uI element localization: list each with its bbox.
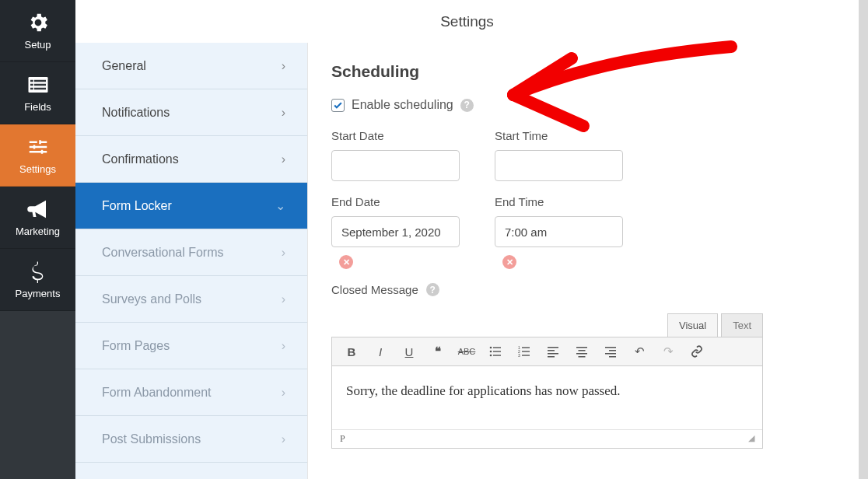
nav-payments-label: Payments: [16, 288, 61, 299]
svg-rect-1: [30, 80, 33, 82]
sub-general[interactable]: General›: [75, 43, 307, 89]
start-time-input[interactable]: [495, 150, 623, 181]
chevron-right-icon: ›: [282, 246, 285, 260]
editor-status-path: P: [340, 433, 345, 445]
gear-icon: [26, 11, 50, 34]
help-icon[interactable]: ?: [460, 99, 474, 112]
editor-tab-visual[interactable]: Visual: [667, 313, 718, 337]
undo-button[interactable]: ↶: [632, 344, 647, 359]
nav-fields[interactable]: Fields: [0, 62, 75, 124]
svg-rect-3: [30, 84, 33, 86]
sub-form-pages[interactable]: Form Pages›: [75, 323, 307, 369]
chevron-right-icon: ›: [282, 386, 285, 400]
nav-marketing-label: Marketing: [16, 226, 60, 237]
end-time-label: End Time: [495, 195, 635, 208]
nav-fields-label: Fields: [24, 101, 51, 113]
svg-rect-30: [609, 356, 616, 358]
sub-form-locker[interactable]: Form Locker⌄: [75, 183, 307, 229]
svg-rect-23: [576, 347, 587, 348]
svg-rect-19: [548, 347, 558, 348]
svg-rect-18: [522, 355, 530, 355]
ul-button[interactable]: [488, 344, 503, 359]
svg-rect-14: [522, 347, 530, 348]
redo-button[interactable]: ↷: [660, 344, 676, 359]
start-date-input[interactable]: [331, 150, 460, 181]
strike-button[interactable]: ABC: [459, 344, 474, 359]
clear-end-time-button[interactable]: ✕: [502, 255, 516, 269]
link-button[interactable]: [689, 344, 705, 359]
align-center-button[interactable]: [574, 344, 590, 359]
sliders-icon: [26, 135, 50, 159]
enable-scheduling-checkbox[interactable]: [331, 99, 345, 112]
sub-abandon[interactable]: Form Abandonment›: [75, 369, 307, 416]
dollar-icon: [26, 260, 50, 283]
bold-button[interactable]: B: [344, 344, 359, 359]
start-date-label: Start Date: [331, 129, 471, 142]
nav-setup[interactable]: Setup: [0, 0, 75, 62]
svg-rect-21: [548, 353, 558, 355]
svg-rect-22: [548, 356, 555, 358]
svg-rect-10: [493, 351, 501, 351]
sub-confirmations[interactable]: Confirmations›: [75, 136, 307, 183]
svg-rect-8: [493, 347, 501, 348]
align-left-button[interactable]: [545, 344, 561, 359]
quote-button[interactable]: ❝: [430, 344, 446, 359]
chevron-right-icon: ›: [282, 432, 285, 446]
sub-surveys[interactable]: Surveys and Polls›: [75, 276, 307, 323]
nav-settings-label: Settings: [19, 163, 56, 175]
svg-rect-28: [609, 350, 616, 351]
end-date-label: End Date: [331, 195, 471, 208]
resize-grip-icon[interactable]: ◢: [748, 433, 754, 445]
svg-rect-29: [605, 353, 616, 355]
scheduling-heading: Scheduling: [331, 62, 859, 81]
svg-rect-16: [522, 351, 530, 351]
svg-rect-2: [34, 80, 46, 82]
sub-notifications[interactable]: Notifications›: [75, 89, 307, 136]
editor-toolbar: B I U ❝ ABC 123 ↶ ↷: [331, 337, 763, 366]
closed-message-editor: Visual Text B I U ❝ ABC 123 ↶ ↷ Sorry, t…: [331, 313, 763, 449]
closed-message-label: Closed Message: [331, 283, 418, 296]
megaphone-icon: [26, 198, 50, 221]
enable-scheduling-row: Enable scheduling ?: [331, 98, 859, 112]
svg-point-7: [490, 347, 492, 349]
page-title: Settings: [440, 13, 494, 30]
svg-rect-20: [548, 350, 555, 351]
underline-button[interactable]: U: [401, 344, 417, 359]
sub-post-sub[interactable]: Post Submissions›: [75, 416, 307, 463]
editor-content: Sorry, the deadline for applications has…: [346, 383, 621, 398]
align-right-button[interactable]: [603, 344, 618, 359]
nav-payments[interactable]: Payments: [0, 249, 75, 311]
page-title-bar: Settings: [75, 0, 859, 43]
svg-rect-4: [34, 84, 46, 86]
svg-rect-27: [605, 347, 616, 348]
italic-button[interactable]: I: [373, 344, 388, 359]
list-icon: [26, 73, 50, 96]
enable-scheduling-label: Enable scheduling: [352, 98, 453, 112]
end-time-input[interactable]: [495, 216, 623, 247]
svg-rect-25: [576, 353, 587, 355]
svg-point-11: [490, 355, 492, 357]
clear-end-date-button[interactable]: ✕: [339, 255, 353, 269]
left-nav: Setup Fields Settings Marketing Payments: [0, 0, 75, 479]
content-pane: Scheduling Enable scheduling ? Start Dat…: [307, 0, 859, 479]
editor-body[interactable]: Sorry, the deadline for applications has…: [331, 366, 763, 449]
svg-text:3: 3: [518, 353, 520, 358]
svg-point-9: [490, 351, 492, 353]
nav-marketing[interactable]: Marketing: [0, 187, 75, 249]
chevron-right-icon: ›: [282, 106, 285, 120]
ol-button[interactable]: 123: [516, 344, 532, 359]
sub-convo-forms[interactable]: Conversational Forms›: [75, 229, 307, 276]
settings-subnav: General› Notifications› Confirmations› F…: [75, 0, 307, 479]
editor-tab-text[interactable]: Text: [721, 313, 763, 337]
chevron-right-icon: ›: [282, 292, 285, 306]
nav-settings[interactable]: Settings: [0, 124, 75, 187]
nav-setup-label: Setup: [25, 39, 51, 51]
svg-rect-24: [579, 350, 586, 351]
chevron-down-icon: ⌄: [275, 198, 285, 213]
scrollbar[interactable]: [859, 0, 868, 479]
chevron-right-icon: ›: [282, 339, 285, 353]
svg-rect-5: [30, 88, 33, 90]
end-date-input[interactable]: [331, 216, 460, 247]
svg-rect-6: [34, 88, 46, 90]
help-icon[interactable]: ?: [426, 283, 439, 296]
